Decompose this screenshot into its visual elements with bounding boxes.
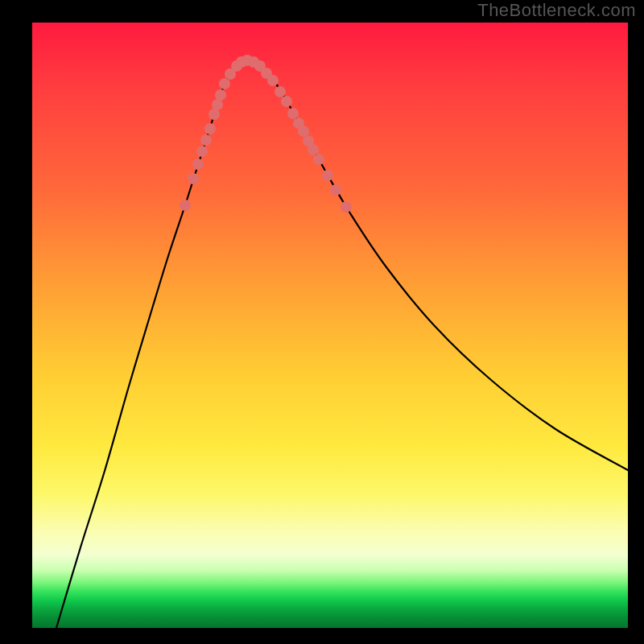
highlight-dot [287, 108, 299, 119]
highlight-dot [267, 75, 279, 86]
highlight-dot [281, 96, 292, 107]
watermark-text: TheBottleneck.com [477, 0, 636, 21]
highlight-dot [298, 126, 309, 137]
chart-frame: TheBottleneck.com [0, 0, 644, 644]
highlight-dot [192, 159, 204, 170]
highlight-dot [330, 184, 341, 196]
highlight-dot [308, 144, 319, 155]
plot-area [32, 23, 628, 628]
highlight-dot [219, 78, 230, 89]
highlight-dot [275, 86, 286, 97]
highlight-dot [204, 123, 216, 134]
highlight-dot [200, 134, 212, 146]
highlight-dot [180, 200, 191, 211]
highlight-dot [322, 170, 333, 181]
highlight-dot [215, 89, 226, 101]
chart-svg [32, 23, 628, 628]
highlight-dot [313, 154, 324, 165]
highlight-dot [196, 146, 208, 157]
bottleneck-curve [56, 60, 628, 628]
highlight-dot [341, 201, 352, 213]
highlight-dot [208, 109, 220, 120]
highlight-dot [188, 173, 199, 184]
highlight-dot [212, 99, 223, 110]
highlight-dot-group [180, 55, 352, 213]
